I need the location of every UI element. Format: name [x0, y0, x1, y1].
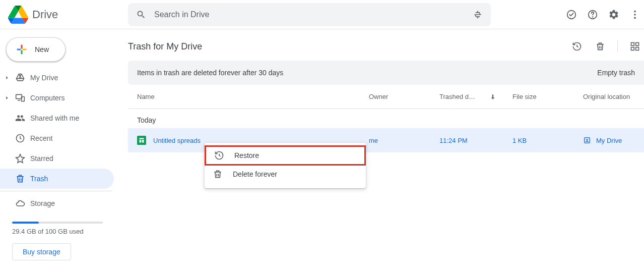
- svg-point-4: [634, 14, 636, 16]
- menu-item-restore[interactable]: Restore: [205, 145, 366, 166]
- new-button-label: New: [35, 45, 49, 53]
- search-options-icon[interactable]: [472, 9, 484, 21]
- menu-item-label: Restore: [234, 151, 259, 159]
- file-name: Untitled spreads: [153, 137, 201, 144]
- sidebar-item-trash[interactable]: Trash: [0, 169, 114, 189]
- file-owner: me: [369, 137, 439, 144]
- buy-storage-button[interactable]: Buy storage: [12, 243, 71, 260]
- sidebar-item-my-drive[interactable]: My Drive: [0, 68, 114, 88]
- sidebar-item-starred[interactable]: Starred: [0, 148, 114, 169]
- file-size: 1 KB: [512, 137, 583, 144]
- sidebar-item-computers[interactable]: Computers: [0, 88, 114, 108]
- search-icon[interactable]: [135, 9, 147, 21]
- sort-arrow-down-icon: [489, 93, 496, 100]
- page-title: Trash for My Drive: [128, 41, 202, 52]
- main-content: Trash for My Drive Items in trash are de…: [120, 29, 644, 268]
- column-name[interactable]: Name: [137, 93, 369, 100]
- starred-icon: [14, 153, 26, 164]
- recent-icon: [14, 133, 26, 143]
- offline-ready-icon[interactable]: [565, 9, 577, 21]
- storage-used-text: 29.4 GB of 100 GB used: [12, 228, 108, 235]
- plus-icon: [15, 42, 29, 57]
- svg-rect-10: [636, 43, 639, 46]
- search-placeholder: Search in Drive: [154, 10, 209, 19]
- grid-view-icon[interactable]: [629, 40, 641, 52]
- file-location[interactable]: My Drive: [596, 137, 622, 144]
- app-header: Drive Search in Drive: [0, 0, 644, 29]
- sidebar-item-label: My Drive: [30, 74, 58, 82]
- group-today: Today: [128, 109, 644, 128]
- column-file-size[interactable]: File size: [512, 93, 583, 100]
- column-trashed-date[interactable]: Trashed d…: [439, 93, 512, 100]
- table-header: Name Owner Trashed d… File size Original…: [128, 85, 644, 109]
- my-drive-icon: [14, 73, 26, 83]
- sheets-file-icon: [137, 136, 146, 145]
- storage-section: 29.4 GB of 100 GB used Buy storage: [0, 213, 120, 260]
- header-actions: [565, 9, 639, 21]
- sidebar-item-label: Shared with me: [30, 114, 79, 122]
- svg-rect-13: [137, 136, 146, 145]
- storage-fill: [12, 222, 39, 224]
- restore-from-trash-icon[interactable]: [571, 40, 583, 52]
- svg-point-2: [593, 17, 593, 17]
- sidebar-item-storage[interactable]: Storage: [0, 193, 114, 213]
- delete-icon: [213, 169, 223, 179]
- sidebar: New My Drive Computers Shared with me Re…: [0, 29, 120, 268]
- drive-logo-icon: [8, 5, 28, 25]
- logo-area[interactable]: Drive: [8, 5, 128, 25]
- column-original-location[interactable]: Original location: [583, 93, 644, 100]
- sidebar-item-label: Starred: [30, 154, 53, 163]
- svg-rect-6: [16, 94, 22, 98]
- computers-icon: [14, 93, 26, 103]
- search-bar[interactable]: Search in Drive: [128, 3, 491, 26]
- app-title: Drive: [32, 8, 58, 21]
- delete-forever-icon[interactable]: [594, 40, 606, 52]
- sidebar-item-label: Computers: [30, 94, 65, 102]
- file-trashed-date: 11:24 PM: [439, 137, 512, 144]
- page-header: Trash for My Drive: [128, 36, 644, 57]
- sidebar-item-recent[interactable]: Recent: [0, 128, 114, 148]
- chevron-right-icon[interactable]: [4, 95, 10, 100]
- help-icon[interactable]: [587, 9, 599, 21]
- storage-bar: [12, 222, 103, 224]
- more-vertical-icon[interactable]: [629, 9, 641, 21]
- svg-rect-12: [636, 47, 639, 50]
- sidebar-item-label: Storage: [30, 199, 55, 207]
- shared-icon: [14, 113, 26, 123]
- svg-rect-11: [631, 47, 634, 50]
- trash-banner: Items in trash are deleted forever after…: [128, 61, 644, 85]
- sidebar-item-label: Recent: [30, 134, 52, 142]
- banner-text: Items in trash are deleted forever after…: [137, 69, 283, 77]
- menu-item-delete-forever[interactable]: Delete forever: [205, 164, 366, 184]
- sidebar-item-label: Trash: [30, 175, 48, 183]
- column-owner[interactable]: Owner: [369, 93, 439, 100]
- sidebar-item-shared[interactable]: Shared with me: [0, 108, 114, 128]
- svg-point-3: [634, 10, 636, 12]
- location-drive-icon: [583, 136, 591, 144]
- restore-icon: [214, 150, 224, 160]
- menu-item-label: Delete forever: [233, 170, 277, 178]
- chevron-right-icon[interactable]: [4, 75, 10, 80]
- svg-rect-9: [631, 43, 634, 46]
- svg-point-5: [634, 17, 636, 19]
- context-menu: Restore Delete forever: [205, 143, 366, 188]
- new-button[interactable]: New: [6, 37, 66, 62]
- settings-gear-icon[interactable]: [608, 9, 620, 21]
- cloud-icon: [14, 198, 26, 208]
- empty-trash-link[interactable]: Empty trash: [597, 69, 635, 77]
- trash-icon: [14, 174, 26, 184]
